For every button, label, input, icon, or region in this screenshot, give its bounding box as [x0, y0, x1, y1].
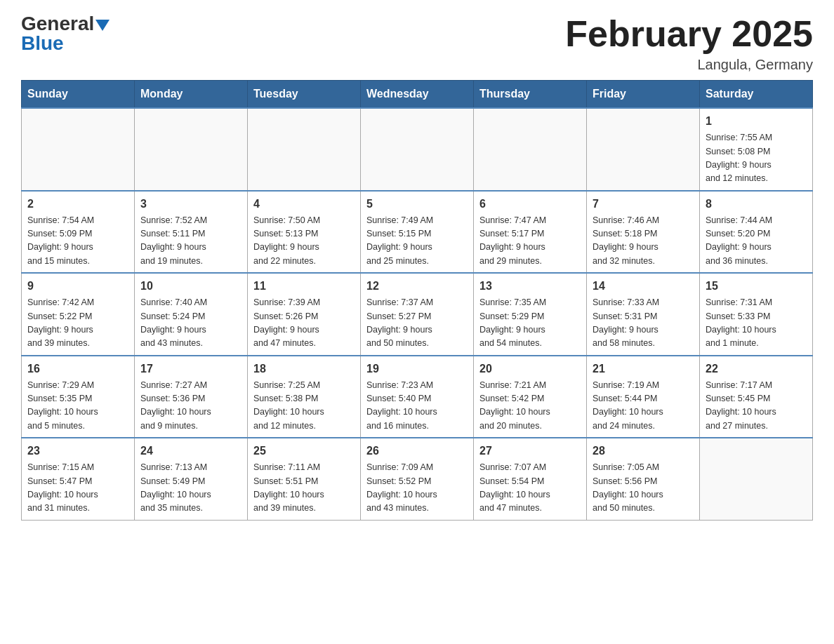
- calendar-cell-week2-day4: 5Sunrise: 7:49 AM Sunset: 5:15 PM Daylig…: [361, 191, 474, 274]
- day-number: 17: [140, 361, 241, 377]
- day-number: 16: [27, 361, 128, 377]
- calendar-table: Sunday Monday Tuesday Wednesday Thursday…: [21, 80, 813, 521]
- logo-text: GeneralBlue: [21, 14, 110, 53]
- day-number: 7: [593, 196, 694, 213]
- day-number: 20: [479, 361, 581, 377]
- calendar-cell-week4-day1: 16Sunrise: 7:29 AM Sunset: 5:35 PM Dayli…: [22, 356, 135, 438]
- calendar-cell-week2-day7: 8Sunrise: 7:44 AM Sunset: 5:20 PM Daylig…: [700, 191, 813, 274]
- day-info: Sunrise: 7:55 AM Sunset: 5:08 PM Dayligh…: [706, 131, 807, 186]
- logo: GeneralBlue: [21, 14, 110, 53]
- calendar-cell-week2-day3: 4Sunrise: 7:50 AM Sunset: 5:13 PM Daylig…: [248, 191, 361, 274]
- calendar-cell-week3-day3: 11Sunrise: 7:39 AM Sunset: 5:26 PM Dayli…: [248, 273, 361, 356]
- calendar-cell-week2-day5: 6Sunrise: 7:47 AM Sunset: 5:17 PM Daylig…: [474, 191, 587, 274]
- day-info: Sunrise: 7:15 AM Sunset: 5:47 PM Dayligh…: [27, 461, 128, 516]
- calendar-cell-week4-day2: 17Sunrise: 7:27 AM Sunset: 5:36 PM Dayli…: [135, 356, 248, 438]
- day-info: Sunrise: 7:27 AM Sunset: 5:36 PM Dayligh…: [140, 379, 241, 434]
- day-number: 1: [706, 113, 807, 130]
- calendar-cell-week2-day1: 2Sunrise: 7:54 AM Sunset: 5:09 PM Daylig…: [22, 191, 135, 274]
- day-info: Sunrise: 7:33 AM Sunset: 5:31 PM Dayligh…: [593, 296, 694, 351]
- day-number: 5: [366, 196, 468, 213]
- day-info: Sunrise: 7:52 AM Sunset: 5:11 PM Dayligh…: [140, 214, 241, 269]
- day-info: Sunrise: 7:42 AM Sunset: 5:22 PM Dayligh…: [27, 296, 128, 351]
- day-info: Sunrise: 7:29 AM Sunset: 5:35 PM Dayligh…: [27, 379, 128, 434]
- day-info: Sunrise: 7:09 AM Sunset: 5:52 PM Dayligh…: [366, 461, 468, 516]
- day-number: 14: [593, 278, 694, 295]
- col-header-monday: Monday: [135, 81, 248, 109]
- col-header-saturday: Saturday: [700, 81, 813, 109]
- day-number: 24: [140, 443, 241, 459]
- day-number: 2: [27, 196, 128, 213]
- day-info: Sunrise: 7:07 AM Sunset: 5:54 PM Dayligh…: [479, 461, 581, 516]
- calendar-header-row: Sunday Monday Tuesday Wednesday Thursday…: [22, 81, 813, 109]
- day-number: 21: [593, 361, 694, 377]
- day-info: Sunrise: 7:19 AM Sunset: 5:44 PM Dayligh…: [593, 379, 694, 434]
- day-number: 18: [253, 361, 355, 377]
- calendar-cell-week3-day1: 9Sunrise: 7:42 AM Sunset: 5:22 PM Daylig…: [22, 273, 135, 356]
- calendar-cell-week5-day3: 25Sunrise: 7:11 AM Sunset: 5:51 PM Dayli…: [248, 438, 361, 520]
- day-info: Sunrise: 7:40 AM Sunset: 5:24 PM Dayligh…: [140, 296, 241, 351]
- calendar-cell-week3-day7: 15Sunrise: 7:31 AM Sunset: 5:33 PM Dayli…: [700, 273, 813, 356]
- day-info: Sunrise: 7:17 AM Sunset: 5:45 PM Dayligh…: [706, 379, 807, 434]
- col-header-friday: Friday: [587, 81, 700, 109]
- calendar-week-2: 2Sunrise: 7:54 AM Sunset: 5:09 PM Daylig…: [22, 191, 813, 274]
- day-info: Sunrise: 7:35 AM Sunset: 5:29 PM Dayligh…: [479, 296, 581, 351]
- location: Langula, Germany: [565, 57, 813, 73]
- col-header-wednesday: Wednesday: [361, 81, 474, 109]
- day-number: 15: [706, 278, 807, 295]
- day-number: 12: [366, 278, 468, 295]
- col-header-tuesday: Tuesday: [248, 81, 361, 109]
- col-header-sunday: Sunday: [22, 81, 135, 109]
- page-header: GeneralBlue February 2025 Langula, Germa…: [21, 14, 813, 73]
- calendar-cell-week4-day3: 18Sunrise: 7:25 AM Sunset: 5:38 PM Dayli…: [248, 356, 361, 438]
- day-number: 4: [253, 196, 355, 213]
- title-section: February 2025 Langula, Germany: [565, 14, 813, 73]
- calendar-cell-week4-day5: 20Sunrise: 7:21 AM Sunset: 5:42 PM Dayli…: [474, 356, 587, 438]
- logo-triangle-icon: [95, 20, 110, 31]
- day-info: Sunrise: 7:25 AM Sunset: 5:38 PM Dayligh…: [253, 379, 355, 434]
- day-number: 8: [706, 196, 807, 213]
- day-info: Sunrise: 7:50 AM Sunset: 5:13 PM Dayligh…: [253, 214, 355, 269]
- day-info: Sunrise: 7:47 AM Sunset: 5:17 PM Dayligh…: [479, 214, 581, 269]
- day-number: 25: [253, 443, 355, 459]
- month-title: February 2025: [565, 14, 813, 54]
- day-info: Sunrise: 7:39 AM Sunset: 5:26 PM Dayligh…: [253, 296, 355, 351]
- day-info: Sunrise: 7:54 AM Sunset: 5:09 PM Dayligh…: [27, 214, 128, 269]
- day-info: Sunrise: 7:11 AM Sunset: 5:51 PM Dayligh…: [253, 461, 355, 516]
- day-info: Sunrise: 7:46 AM Sunset: 5:18 PM Dayligh…: [593, 214, 694, 269]
- calendar-cell-week1-day5: [474, 108, 587, 191]
- calendar-week-3: 9Sunrise: 7:42 AM Sunset: 5:22 PM Daylig…: [22, 273, 813, 356]
- calendar-cell-week5-day6: 28Sunrise: 7:05 AM Sunset: 5:56 PM Dayli…: [587, 438, 700, 520]
- day-number: 3: [140, 196, 241, 213]
- day-number: 11: [253, 278, 355, 295]
- day-info: Sunrise: 7:44 AM Sunset: 5:20 PM Dayligh…: [706, 214, 807, 269]
- calendar-cell-week4-day4: 19Sunrise: 7:23 AM Sunset: 5:40 PM Dayli…: [361, 356, 474, 438]
- day-number: 19: [366, 361, 468, 377]
- calendar-cell-week3-day2: 10Sunrise: 7:40 AM Sunset: 5:24 PM Dayli…: [135, 273, 248, 356]
- day-number: 26: [366, 443, 468, 459]
- calendar-cell-week5-day1: 23Sunrise: 7:15 AM Sunset: 5:47 PM Dayli…: [22, 438, 135, 520]
- day-info: Sunrise: 7:05 AM Sunset: 5:56 PM Dayligh…: [593, 461, 694, 516]
- day-info: Sunrise: 7:23 AM Sunset: 5:40 PM Dayligh…: [366, 379, 468, 434]
- calendar-cell-week3-day6: 14Sunrise: 7:33 AM Sunset: 5:31 PM Dayli…: [587, 273, 700, 356]
- calendar-cell-week1-day3: [248, 108, 361, 191]
- calendar-week-5: 23Sunrise: 7:15 AM Sunset: 5:47 PM Dayli…: [22, 438, 813, 520]
- day-number: 13: [479, 278, 581, 295]
- calendar-cell-week1-day1: [22, 108, 135, 191]
- day-info: Sunrise: 7:31 AM Sunset: 5:33 PM Dayligh…: [706, 296, 807, 351]
- day-number: 22: [706, 361, 807, 377]
- day-info: Sunrise: 7:49 AM Sunset: 5:15 PM Dayligh…: [366, 214, 468, 269]
- calendar-cell-week5-day5: 27Sunrise: 7:07 AM Sunset: 5:54 PM Dayli…: [474, 438, 587, 520]
- day-info: Sunrise: 7:13 AM Sunset: 5:49 PM Dayligh…: [140, 461, 241, 516]
- day-info: Sunrise: 7:37 AM Sunset: 5:27 PM Dayligh…: [366, 296, 468, 351]
- day-number: 28: [593, 443, 694, 459]
- calendar-cell-week4-day6: 21Sunrise: 7:19 AM Sunset: 5:44 PM Dayli…: [587, 356, 700, 438]
- day-number: 10: [140, 278, 241, 295]
- calendar-cell-week5-day7: [700, 438, 813, 520]
- calendar-cell-week3-day4: 12Sunrise: 7:37 AM Sunset: 5:27 PM Dayli…: [361, 273, 474, 356]
- calendar-cell-week2-day6: 7Sunrise: 7:46 AM Sunset: 5:18 PM Daylig…: [587, 191, 700, 274]
- calendar-cell-week4-day7: 22Sunrise: 7:17 AM Sunset: 5:45 PM Dayli…: [700, 356, 813, 438]
- calendar-cell-week1-day4: [361, 108, 474, 191]
- day-info: Sunrise: 7:21 AM Sunset: 5:42 PM Dayligh…: [479, 379, 581, 434]
- calendar-cell-week1-day7: 1Sunrise: 7:55 AM Sunset: 5:08 PM Daylig…: [700, 108, 813, 191]
- calendar-week-1: 1Sunrise: 7:55 AM Sunset: 5:08 PM Daylig…: [22, 108, 813, 191]
